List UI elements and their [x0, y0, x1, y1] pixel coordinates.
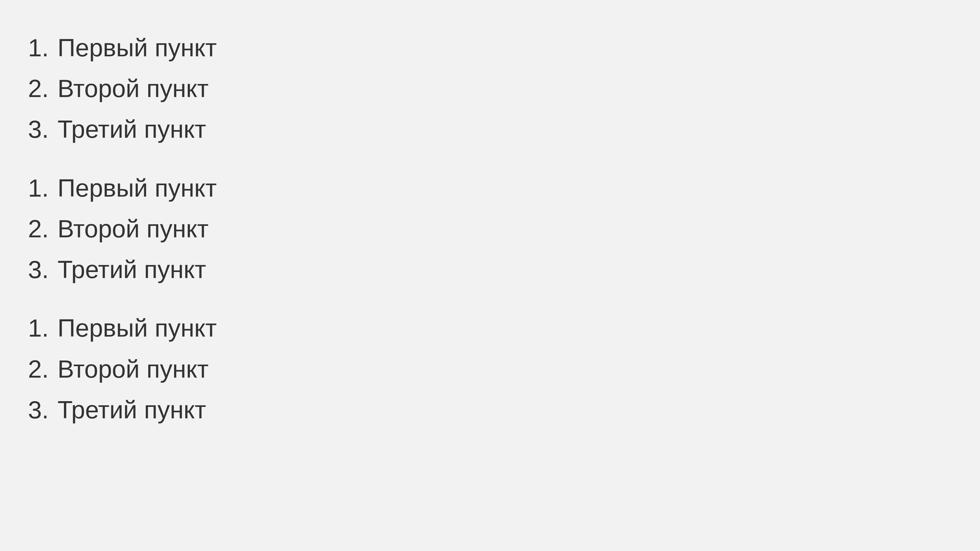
list-item: 2. Второй пункт: [28, 75, 952, 102]
list-item-number: 1.: [28, 34, 49, 61]
list-item: 2. Второй пункт: [28, 356, 952, 383]
list-item: 3. Третий пункт: [28, 396, 952, 423]
list-item-number: 3.: [28, 396, 49, 423]
list-item: 3. Третий пункт: [28, 116, 952, 143]
list-item: 1. Первый пункт: [28, 34, 952, 61]
document-page: 1. Первый пункт 2. Второй пункт 3. Трети…: [0, 0, 980, 457]
list-item-label: Второй пункт: [57, 356, 209, 383]
list-item-label: Первый пункт: [57, 34, 217, 61]
list-item-label: Третий пункт: [57, 396, 206, 423]
list-item: 1. Первый пункт: [28, 314, 952, 341]
list-item: 3. Третий пункт: [28, 256, 952, 283]
list-item-number: 1.: [28, 314, 49, 341]
list-item-number: 3.: [28, 116, 49, 143]
list-item-number: 2.: [28, 215, 49, 242]
list-item-label: Третий пункт: [57, 256, 206, 283]
list-item-number: 2.: [28, 75, 49, 102]
ordered-list: 1. Первый пункт 2. Второй пункт 3. Трети…: [28, 314, 952, 423]
list-item-label: Третий пункт: [57, 116, 206, 143]
list-item: 2. Второй пункт: [28, 215, 952, 242]
list-item-number: 2.: [28, 356, 49, 383]
list-item-label: Первый пункт: [57, 175, 217, 202]
list-item-number: 3.: [28, 256, 49, 283]
list-item-number: 1.: [28, 175, 49, 202]
ordered-list: 1. Первый пункт 2. Второй пункт 3. Трети…: [28, 175, 952, 283]
ordered-list: 1. Первый пункт 2. Второй пункт 3. Трети…: [28, 34, 952, 143]
list-item-label: Второй пункт: [57, 215, 209, 242]
list-item-label: Первый пункт: [57, 314, 217, 341]
list-item-label: Второй пункт: [57, 75, 209, 102]
list-item: 1. Первый пункт: [28, 175, 952, 202]
